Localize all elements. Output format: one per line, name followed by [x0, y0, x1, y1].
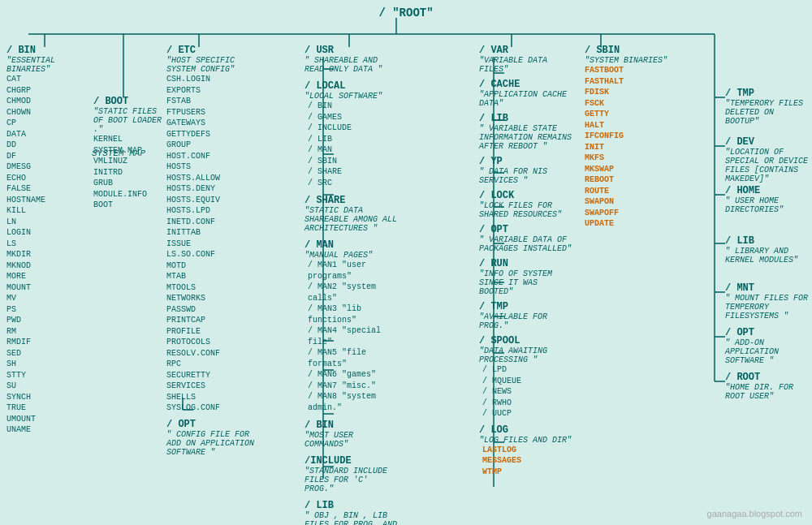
bin-dir-name: / BIN	[6, 45, 88, 56]
var-lib-desc: " VARIABLE STATE INFORMATION REMAINS AFT…	[479, 124, 572, 151]
usr-local-subdirs: / BIN/ GAMES/ INCLUDE/ LIB/ MAN/ SBIN/ S…	[304, 101, 398, 188]
bin-dir-desc: "ESSENTIAL BINARIES"	[6, 56, 88, 74]
root-section: / ROOT "HOME DIR. FOR ROOT USER"	[725, 372, 810, 401]
root-dir-desc: "HOME DIR. FOR ROOT USER"	[725, 383, 810, 401]
var-lock-name: / LOCK	[479, 190, 572, 201]
log-messages: MESSAGES	[482, 456, 521, 465]
var-log-desc: "LOG FILES AND DIR"	[479, 436, 572, 445]
usr-local-name: / LOCAL	[304, 80, 398, 92]
usr-man-subdirs: / MAN1 "user programs"/ MAN2 "system cal…	[304, 260, 398, 413]
var-tmp-name: / TMP	[479, 301, 572, 312]
usr-lib-desc: " OBJ , BIN , LIB FILES FOR PROG. AND PA…	[304, 511, 398, 525]
usr-dir-desc: " SHAREABLE AND READ-ONLY DATA "	[304, 56, 398, 74]
usr-share-desc: "STATIC DATA SHAREABLE AMONG ALL ARCHITE…	[304, 206, 398, 233]
opt-dir-name: / OPT	[725, 327, 810, 338]
usr-lib-name: / LIB	[304, 500, 398, 511]
var-log-name: / LOG	[479, 424, 572, 436]
var-log-section: / LOG "LOG FILES AND DIR" LASTLOG MESSAG…	[479, 424, 572, 478]
var-log-files: LASTLOG MESSAGES WTMP	[479, 445, 572, 478]
home-dir-name: / HOME	[725, 185, 810, 196]
watermark: gaanagaa.blogspot.com	[707, 509, 802, 519]
system-map-label: SYSTEM MAP	[92, 148, 145, 158]
lib-section: / LIB " LIBRARY AND KERNEL MODULES"	[725, 235, 810, 265]
var-lock-section: / LOCK "LOCK FILES FOR SHARED RESOURCES"	[479, 190, 572, 219]
usr-man-section: / MAN "MANUAL PAGES" / MAN1 "user progra…	[304, 239, 398, 413]
var-dir-desc: "VARIABLE DATA FILES"	[479, 56, 572, 74]
usr-local-desc: "LOCAL SOFTWARE"	[304, 92, 398, 101]
sbin-dir-desc: "SYSTEM BINARIES"	[585, 56, 674, 65]
var-run-desc: "INFO OF SYSTEM SINCE IT WAS BOOTED"	[479, 269, 572, 296]
tmp-dir-desc: "TEMPERORY FILES DELETED ON BOOTUP"	[725, 99, 810, 126]
var-tmp-section: / TMP "AVAILABLE FOR PROG."	[479, 301, 572, 330]
var-spool-subdirs: / LPD/ MQUEUE/ NEWS/ RWHO/ UUCP	[479, 364, 572, 420]
var-lock-desc: "LOCK FILES FOR SHARED RESOURCES"	[479, 201, 572, 219]
dev-dir-name: / DEV	[725, 136, 810, 148]
var-spool-section: / SPOOL "DATA AWAITING PROCESSING " / LP…	[479, 335, 572, 420]
usr-include-section: /INCLUDE "STANDARD INCLUDE FILES FOR 'C'…	[304, 455, 398, 493]
dev-section: / DEV "LOCATION OF SPECIAL OR DEVICE FIL…	[725, 136, 810, 183]
usr-share-section: / SHARE "STATIC DATA SHAREABLE AMONG ALL…	[304, 195, 398, 233]
usr-local-section: / LOCAL "LOCAL SOFTWARE" / BIN/ GAMES/ I…	[304, 80, 398, 188]
var-cache-name: / CACHE	[479, 79, 572, 90]
var-opt-section: / OPT " VARIABLE DATA OF PACKAGES INSTAL…	[479, 224, 572, 253]
mnt-dir-desc: " MOUNT FILES FOR TEMPERORY FILESYSTEMS …	[725, 294, 810, 321]
mnt-section: / MNT " MOUNT FILES FOR TEMPERORY FILESY…	[725, 282, 810, 321]
sbin-section: / SBIN "SYSTEM BINARIES" FASTBOOT FASTHA…	[585, 45, 674, 230]
mnt-dir-name: / MNT	[725, 282, 810, 294]
etc-dir-name: / ETC	[166, 45, 256, 56]
usr-man-desc: "MANUAL PAGES"	[304, 251, 398, 260]
var-spool-name: / SPOOL	[479, 335, 572, 346]
var-dir-name: / VAR	[479, 45, 572, 56]
usr-bin-desc: "MOST USER COMMANDS"	[304, 431, 398, 449]
usr-lib-section: / LIB " OBJ , BIN , LIB FILES FOR PROG. …	[304, 500, 398, 525]
home-section: / HOME " USER HOME DIRECTORIES"	[725, 185, 810, 214]
var-opt-desc: " VARIABLE DATA OF PACKAGES INSTALLED"	[479, 235, 572, 253]
opt-section: / OPT " ADD-ON APPLICATION SOFTWARE "	[725, 327, 810, 365]
var-cache-section: / CACHE "APPLICATION CACHE DATA"	[479, 79, 572, 108]
boot-dir-desc: "STATIC FILES OF BOOT LOADER ."	[93, 107, 171, 134]
home-dir-desc: " USER HOME DIRECTORIES"	[725, 196, 810, 214]
var-section: / VAR "VARIABLE DATA FILES" / CACHE "APP…	[479, 45, 572, 477]
var-yp-section: / YP " DATA FOR NIS SERVICES "	[479, 156, 572, 185]
root-dir-name: / ROOT	[725, 372, 810, 383]
opt-dir-desc: " ADD-ON APPLICATION SOFTWARE "	[725, 338, 810, 365]
var-cache-desc: "APPLICATION CACHE DATA"	[479, 90, 572, 108]
etc-dir-desc: "HOST SPECIFIC SYSTEM CONFIG"	[166, 56, 256, 74]
bin-file-list: CATCHGRPCHMODCHOWNCPDATADDDFDMESGECHOFAL…	[6, 74, 88, 436]
etc-file-list: CSH.LOGINEXPORTSFSTABFTPUSERSGATEWAYSGET…	[166, 74, 256, 414]
usr-man-name: / MAN	[304, 239, 398, 251]
usr-section: / USR " SHAREABLE AND READ-ONLY DATA " /…	[304, 45, 398, 525]
var-lib-section: / LIB " VARIABLE STATE INFORMATION REMAI…	[479, 113, 572, 151]
boot-file-list: KERNELSYSTEM.MAPVMLINUZINITRDGRUBMODULE.…	[93, 134, 171, 211]
usr-bin-section: / BIN "MOST USER COMMANDS"	[304, 420, 398, 449]
var-spool-desc: "DATA AWAITING PROCESSING "	[479, 346, 572, 364]
tmp-section: / TMP "TEMPERORY FILES DELETED ON BOOTUP…	[725, 88, 810, 126]
etc-opt-desc: " CONFIG FILE FOR ADD ON APPLICATION SOF…	[166, 430, 256, 457]
var-run-name: / RUN	[479, 258, 572, 269]
tmp-dir-name: / TMP	[725, 88, 810, 99]
etc-section: / ETC "HOST SPECIFIC SYSTEM CONFIG" CSH.…	[166, 45, 256, 457]
lib-dir-desc: " LIBRARY AND KERNEL MODULES"	[725, 247, 810, 265]
var-lib-name: / LIB	[479, 113, 572, 124]
usr-share-name: / SHARE	[304, 195, 398, 206]
usr-include-name: /INCLUDE	[304, 455, 398, 467]
log-lastlog: LASTLOG	[482, 445, 516, 454]
page-title: / "ROOT"	[6, 6, 806, 19]
usr-dir-name: / USR	[304, 45, 398, 56]
bin-section: / BIN "ESSENTIAL BINARIES" CATCHGRPCHMOD…	[6, 45, 88, 436]
boot-dir-name: / BOOT	[93, 96, 171, 107]
var-yp-name: / YP	[479, 156, 572, 167]
usr-include-desc: "STANDARD INCLUDE FILES FOR 'C' PROG."	[304, 467, 398, 493]
sbin-file-list: FASTBOOT FASTHALT FDISK FSCK GETTY HALT …	[585, 65, 674, 230]
var-opt-name: / OPT	[479, 224, 572, 235]
lib-dir-name: / LIB	[725, 235, 810, 247]
sbin-dir-name: / SBIN	[585, 45, 674, 56]
dev-dir-desc: "LOCATION OF SPECIAL OR DEVICE FILES [CO…	[725, 148, 810, 183]
var-run-section: / RUN "INFO OF SYSTEM SINCE IT WAS BOOTE…	[479, 258, 572, 296]
usr-bin-name: / BIN	[304, 420, 398, 431]
var-tmp-desc: "AVAILABLE FOR PROG."	[479, 312, 572, 330]
tree-lines	[0, 0, 812, 525]
etc-opt-section: / OPT " CONFIG FILE FOR ADD ON APPLICATI…	[166, 419, 256, 457]
var-yp-desc: " DATA FOR NIS SERVICES "	[479, 167, 572, 185]
etc-opt-name: / OPT	[166, 419, 256, 430]
